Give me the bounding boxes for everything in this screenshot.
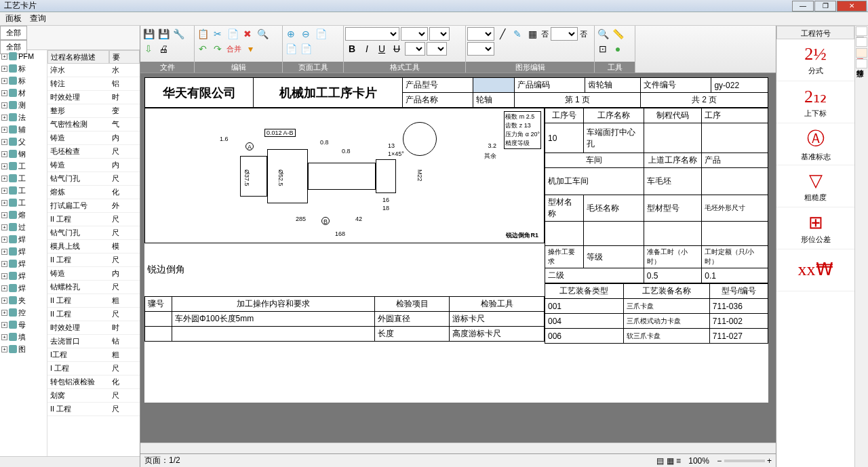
- view-icon-3[interactable]: ≡: [676, 456, 681, 466]
- proc-row-req[interactable]: 时: [109, 91, 140, 104]
- underline-icon[interactable]: U: [375, 42, 389, 56]
- del-page-icon[interactable]: ⊖: [299, 27, 313, 41]
- line-icon[interactable]: ╱: [496, 27, 509, 41]
- close-button[interactable]: ✕: [837, 1, 867, 12]
- draw-icon[interactable]: ✎: [511, 27, 524, 41]
- proc-row-req[interactable]: 内: [109, 131, 140, 145]
- proc-row-req[interactable]: 铝: [109, 77, 140, 91]
- proc-row[interactable]: II 工程: [47, 403, 109, 416]
- proc-row-req[interactable]: 内: [109, 159, 140, 172]
- proc-row-req[interactable]: 化: [109, 375, 140, 389]
- vtab[interactable]: 图库: [856, 37, 867, 47]
- v-doc-no[interactable]: gy-022: [711, 78, 768, 93]
- proc-row-req[interactable]: 尺: [109, 213, 140, 226]
- graphic-combo1[interactable]: [467, 27, 494, 41]
- menu-query[interactable]: 查询: [30, 13, 46, 24]
- vtab[interactable]: 特殊字符: [856, 59, 867, 68]
- tree-item[interactable]: +工: [0, 160, 47, 172]
- proc-row[interactable]: 铸造: [47, 131, 109, 145]
- zoom-in-icon[interactable]: +: [767, 456, 772, 466]
- left-hscroll[interactable]: [0, 456, 140, 467]
- proc-row-req[interactable]: 尺: [109, 172, 140, 186]
- proc-row[interactable]: 钻气门孔: [47, 226, 109, 240]
- export-icon[interactable]: ⇩: [142, 42, 155, 56]
- tree-item[interactable]: +焊: [0, 270, 47, 282]
- proc-row[interactable]: II 工程: [47, 213, 109, 226]
- proc-row-req[interactable]: 尺: [109, 281, 140, 294]
- print-icon[interactable]: 🖨: [157, 42, 170, 56]
- tree-item[interactable]: +过: [0, 221, 47, 233]
- tree-item[interactable]: +辅: [0, 123, 47, 136]
- proc-row[interactable]: I 工程: [47, 362, 109, 375]
- tree-item[interactable]: +工: [0, 172, 47, 184]
- tool3-icon[interactable]: ⊡: [596, 42, 610, 56]
- valign-combo[interactable]: [427, 42, 447, 56]
- tree-item[interactable]: +焊: [0, 245, 47, 258]
- fill-icon[interactable]: ▦: [526, 27, 539, 41]
- tree-item[interactable]: +母: [0, 319, 47, 331]
- tree-item[interactable]: +控: [0, 306, 47, 319]
- redo-icon[interactable]: ↷: [211, 42, 224, 56]
- add-page-icon[interactable]: ⊕: [284, 27, 298, 41]
- align-combo[interactable]: [405, 42, 425, 56]
- help-icon[interactable]: ●: [611, 42, 625, 56]
- proc-row[interactable]: 熔炼: [47, 186, 109, 199]
- proc-row[interactable]: 划窝: [47, 389, 109, 403]
- symbol-item[interactable]: ▽粗糙度: [776, 165, 854, 207]
- paste-icon[interactable]: 📄: [226, 27, 239, 41]
- tree-item[interactable]: +焊: [0, 233, 47, 245]
- proc-row[interactable]: 时效处理: [47, 91, 109, 104]
- find-icon[interactable]: 🔍: [256, 27, 269, 41]
- proc-row-req[interactable]: 水: [109, 64, 140, 77]
- left-tab-all-1[interactable]: 全部: [0, 26, 27, 40]
- proc-row[interactable]: 钻螺栓孔: [47, 281, 109, 294]
- save-as-icon[interactable]: 💾: [157, 27, 170, 41]
- tree-item[interactable]: +图: [0, 343, 47, 355]
- graphic-combo2[interactable]: [551, 27, 578, 41]
- proc-row[interactable]: I工程: [47, 348, 109, 362]
- proc-row[interactable]: II 工程: [47, 308, 109, 321]
- zoom-icon[interactable]: 🔍: [596, 27, 610, 41]
- proc-row-req[interactable]: 尺: [109, 308, 140, 321]
- proc-row-req[interactable]: 化: [109, 186, 140, 199]
- page-icon[interactable]: 📄: [314, 27, 328, 41]
- merge-button[interactable]: 合并: [226, 42, 242, 56]
- proc-row-req[interactable]: 内: [109, 267, 140, 281]
- view-icon-2[interactable]: ▦: [667, 456, 674, 466]
- view-icon-1[interactable]: ▤: [656, 456, 664, 466]
- size-combo[interactable]: [401, 27, 428, 41]
- copy-icon[interactable]: 📋: [196, 27, 210, 41]
- tree-item[interactable]: +焊: [0, 282, 47, 294]
- proc-row-req[interactable]: 尺: [109, 389, 140, 403]
- proc-row[interactable]: II 工程: [47, 253, 109, 267]
- doc-hscroll[interactable]: [140, 443, 776, 453]
- color-combo[interactable]: [429, 27, 450, 41]
- proc-row-req[interactable]: 尺: [109, 253, 140, 267]
- tree-item[interactable]: +测: [0, 99, 47, 111]
- tree-item[interactable]: +法: [0, 111, 47, 123]
- proc-row[interactable]: 气密性检测: [47, 118, 109, 131]
- tree-item[interactable]: +标: [0, 75, 47, 87]
- symbol-item[interactable]: 2½分式: [776, 39, 854, 81]
- proc-row-req[interactable]: 变: [109, 104, 140, 118]
- proc-row-req[interactable]: 外: [109, 199, 140, 213]
- tree-item[interactable]: +工: [0, 184, 47, 197]
- proc-row-req[interactable]: 时: [109, 321, 140, 335]
- proc-row[interactable]: 铸造: [47, 267, 109, 281]
- proc-header-req[interactable]: 要: [109, 50, 140, 64]
- tree-item[interactable]: +焊: [0, 258, 47, 270]
- save-icon[interactable]: 💾: [142, 27, 155, 41]
- maximize-button[interactable]: ❐: [814, 1, 836, 12]
- v-product-model[interactable]: [473, 78, 514, 93]
- vtab[interactable]: 页面导航: [856, 26, 867, 36]
- proc-row[interactable]: 毛坯检查: [47, 145, 109, 159]
- graphic-combo3[interactable]: [467, 42, 494, 56]
- italic-icon[interactable]: I: [360, 42, 374, 56]
- proc-row[interactable]: 模具上线: [47, 240, 109, 253]
- proc-row-req[interactable]: 尺: [109, 362, 140, 375]
- proc-row-req[interactable]: 粗: [109, 294, 140, 308]
- tree-item[interactable]: +钢: [0, 148, 47, 160]
- undo-icon[interactable]: ↶: [196, 42, 210, 56]
- down-icon[interactable]: ▾: [243, 42, 257, 56]
- proc-row[interactable]: 打试扁工号: [47, 199, 109, 213]
